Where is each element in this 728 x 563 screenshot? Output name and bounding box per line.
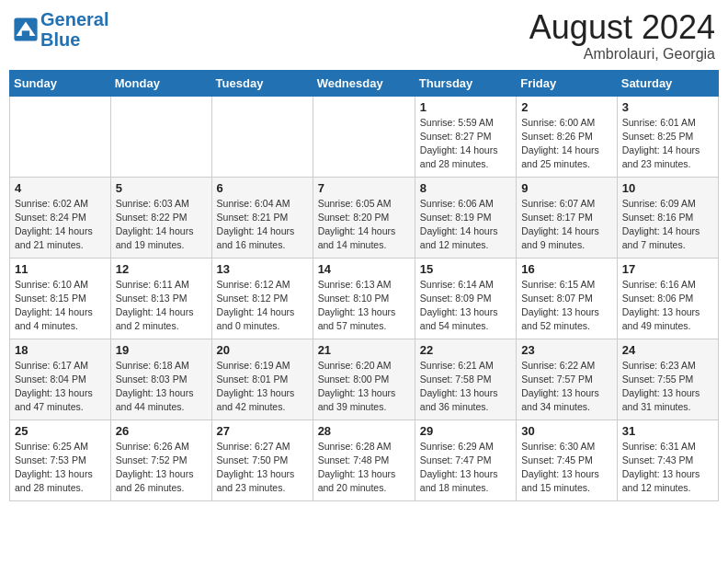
day-info: Sunrise: 6:19 AM Sunset: 8:01 PM Dayligh… — [217, 359, 308, 415]
day-info: Sunrise: 6:23 AM Sunset: 7:55 PM Dayligh… — [622, 359, 713, 415]
day-number: 21 — [318, 343, 410, 357]
logo-icon — [13, 17, 39, 42]
page-header: General Blue August 2024 Ambrolauri, Geo… — [9, 9, 719, 63]
day-number: 17 — [622, 262, 713, 276]
day-info: Sunrise: 6:20 AM Sunset: 8:00 PM Dayligh… — [318, 359, 410, 415]
day-cell: 10Sunrise: 6:09 AM Sunset: 8:16 PM Dayli… — [617, 177, 718, 258]
day-cell: 30Sunrise: 6:30 AM Sunset: 7:45 PM Dayli… — [517, 419, 618, 500]
day-info: Sunrise: 6:01 AM Sunset: 8:25 PM Dayligh… — [622, 116, 713, 172]
day-info: Sunrise: 6:05 AM Sunset: 8:20 PM Dayligh… — [318, 197, 410, 253]
day-info: Sunrise: 6:11 AM Sunset: 8:13 PM Dayligh… — [116, 278, 207, 334]
day-cell: 19Sunrise: 6:18 AM Sunset: 8:03 PM Dayli… — [110, 339, 211, 419]
day-cell: 16Sunrise: 6:15 AM Sunset: 8:07 PM Dayli… — [517, 258, 618, 339]
day-number: 23 — [521, 343, 612, 357]
month-year-title: August 2024 — [529, 9, 715, 46]
day-cell: 27Sunrise: 6:27 AM Sunset: 7:50 PM Dayli… — [211, 419, 313, 500]
day-number: 26 — [116, 424, 207, 438]
day-number: 22 — [420, 343, 511, 357]
week-row-5: 25Sunrise: 6:25 AM Sunset: 7:53 PM Dayli… — [10, 419, 719, 500]
day-cell: 7Sunrise: 6:05 AM Sunset: 8:20 PM Daylig… — [313, 177, 415, 258]
header-cell-monday: Monday — [110, 70, 211, 96]
day-number: 10 — [622, 181, 713, 195]
day-cell: 14Sunrise: 6:13 AM Sunset: 8:10 PM Dayli… — [313, 258, 415, 339]
day-cell: 11Sunrise: 6:10 AM Sunset: 8:15 PM Dayli… — [10, 258, 111, 339]
day-info: Sunrise: 6:18 AM Sunset: 8:03 PM Dayligh… — [116, 359, 207, 415]
day-number: 9 — [521, 181, 612, 195]
svg-rect-2 — [22, 30, 29, 37]
day-cell: 31Sunrise: 6:31 AM Sunset: 7:43 PM Dayli… — [617, 419, 718, 500]
day-number: 6 — [217, 181, 308, 195]
day-info: Sunrise: 6:29 AM Sunset: 7:47 PM Dayligh… — [420, 440, 511, 496]
location-subtitle: Ambrolauri, Georgia — [529, 46, 715, 63]
day-cell: 9Sunrise: 6:07 AM Sunset: 8:17 PM Daylig… — [517, 177, 618, 258]
calendar-table: SundayMondayTuesdayWednesdayThursdayFrid… — [9, 70, 719, 501]
day-info: Sunrise: 6:26 AM Sunset: 7:52 PM Dayligh… — [116, 440, 207, 496]
day-cell: 13Sunrise: 6:12 AM Sunset: 8:12 PM Dayli… — [211, 258, 313, 339]
day-cell: 4Sunrise: 6:02 AM Sunset: 8:24 PM Daylig… — [10, 177, 111, 258]
day-info: Sunrise: 6:04 AM Sunset: 8:21 PM Dayligh… — [217, 197, 308, 253]
day-cell: 15Sunrise: 6:14 AM Sunset: 8:09 PM Dayli… — [415, 258, 516, 339]
day-cell: 29Sunrise: 6:29 AM Sunset: 7:47 PM Dayli… — [415, 419, 516, 500]
day-cell — [10, 96, 111, 177]
day-number: 31 — [622, 424, 713, 438]
header-cell-saturday: Saturday — [617, 70, 718, 96]
day-number: 4 — [15, 181, 106, 195]
day-number: 16 — [521, 262, 612, 276]
day-info: Sunrise: 6:13 AM Sunset: 8:10 PM Dayligh… — [318, 278, 410, 334]
logo: General Blue — [13, 9, 108, 50]
day-number: 20 — [217, 343, 308, 357]
day-number: 3 — [622, 100, 713, 114]
day-cell: 12Sunrise: 6:11 AM Sunset: 8:13 PM Dayli… — [110, 258, 211, 339]
day-info: Sunrise: 6:12 AM Sunset: 8:12 PM Dayligh… — [217, 278, 308, 334]
day-number: 29 — [420, 424, 511, 438]
day-number: 2 — [521, 100, 612, 114]
day-cell: 5Sunrise: 6:03 AM Sunset: 8:22 PM Daylig… — [110, 177, 211, 258]
title-block: August 2024 Ambrolauri, Georgia — [529, 9, 715, 63]
day-cell: 26Sunrise: 6:26 AM Sunset: 7:52 PM Dayli… — [110, 419, 211, 500]
header-cell-sunday: Sunday — [10, 70, 111, 96]
day-cell: 18Sunrise: 6:17 AM Sunset: 8:04 PM Dayli… — [10, 339, 111, 419]
day-cell — [110, 96, 211, 177]
header-cell-tuesday: Tuesday — [211, 70, 313, 96]
day-info: Sunrise: 6:09 AM Sunset: 8:16 PM Dayligh… — [622, 197, 713, 253]
header-cell-wednesday: Wednesday — [313, 70, 415, 96]
day-info: Sunrise: 6:10 AM Sunset: 8:15 PM Dayligh… — [15, 278, 106, 334]
day-number: 5 — [116, 181, 207, 195]
day-cell: 24Sunrise: 6:23 AM Sunset: 7:55 PM Dayli… — [617, 339, 718, 419]
day-info: Sunrise: 6:06 AM Sunset: 8:19 PM Dayligh… — [420, 197, 511, 253]
day-info: Sunrise: 5:59 AM Sunset: 8:27 PM Dayligh… — [420, 116, 511, 172]
day-info: Sunrise: 6:17 AM Sunset: 8:04 PM Dayligh… — [15, 359, 106, 415]
day-number: 24 — [622, 343, 713, 357]
day-info: Sunrise: 6:30 AM Sunset: 7:45 PM Dayligh… — [521, 440, 612, 496]
header-row: SundayMondayTuesdayWednesdayThursdayFrid… — [10, 70, 719, 96]
day-info: Sunrise: 6:28 AM Sunset: 7:48 PM Dayligh… — [318, 440, 410, 496]
week-row-1: 1Sunrise: 5:59 AM Sunset: 8:27 PM Daylig… — [10, 96, 719, 177]
day-number: 7 — [318, 181, 410, 195]
day-info: Sunrise: 6:02 AM Sunset: 8:24 PM Dayligh… — [15, 197, 106, 253]
header-cell-friday: Friday — [517, 70, 618, 96]
day-cell — [313, 96, 415, 177]
day-info: Sunrise: 6:22 AM Sunset: 7:57 PM Dayligh… — [521, 359, 612, 415]
day-info: Sunrise: 6:27 AM Sunset: 7:50 PM Dayligh… — [217, 440, 308, 496]
day-number: 30 — [521, 424, 612, 438]
calendar-header: SundayMondayTuesdayWednesdayThursdayFrid… — [10, 70, 719, 96]
day-cell — [211, 96, 313, 177]
week-row-2: 4Sunrise: 6:02 AM Sunset: 8:24 PM Daylig… — [10, 177, 719, 258]
day-number: 11 — [15, 262, 106, 276]
day-number: 19 — [116, 343, 207, 357]
day-cell: 3Sunrise: 6:01 AM Sunset: 8:25 PM Daylig… — [617, 96, 718, 177]
day-info: Sunrise: 6:16 AM Sunset: 8:06 PM Dayligh… — [622, 278, 713, 334]
day-info: Sunrise: 6:25 AM Sunset: 7:53 PM Dayligh… — [15, 440, 106, 496]
day-number: 27 — [217, 424, 308, 438]
day-info: Sunrise: 6:21 AM Sunset: 7:58 PM Dayligh… — [420, 359, 511, 415]
day-info: Sunrise: 6:00 AM Sunset: 8:26 PM Dayligh… — [521, 116, 612, 172]
day-number: 12 — [116, 262, 207, 276]
week-row-4: 18Sunrise: 6:17 AM Sunset: 8:04 PM Dayli… — [10, 339, 719, 419]
day-number: 1 — [420, 100, 511, 114]
day-cell: 8Sunrise: 6:06 AM Sunset: 8:19 PM Daylig… — [415, 177, 516, 258]
day-info: Sunrise: 6:07 AM Sunset: 8:17 PM Dayligh… — [521, 197, 612, 253]
day-info: Sunrise: 6:03 AM Sunset: 8:22 PM Dayligh… — [116, 197, 207, 253]
day-cell: 6Sunrise: 6:04 AM Sunset: 8:21 PM Daylig… — [211, 177, 313, 258]
day-cell: 21Sunrise: 6:20 AM Sunset: 8:00 PM Dayli… — [313, 339, 415, 419]
day-cell: 22Sunrise: 6:21 AM Sunset: 7:58 PM Dayli… — [415, 339, 516, 419]
